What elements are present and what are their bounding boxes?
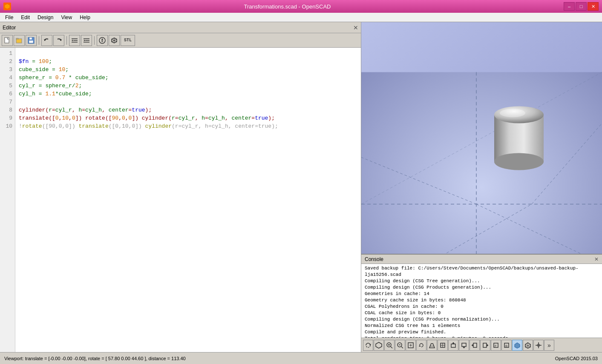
console-msg-4: Geometries in cache: 14 <box>365 291 599 297</box>
vp-zoom-all-button[interactable] <box>406 340 416 351</box>
minimize-button[interactable]: – <box>564 2 575 11</box>
line-num-2: 2 <box>0 57 15 66</box>
vp-crosshair-button[interactable] <box>533 340 544 351</box>
line-num-7: 7 <box>0 98 15 106</box>
vp-ortho-button[interactable] <box>438 340 448 351</box>
new-button[interactable] <box>2 35 13 46</box>
title-bar-left <box>3 3 11 10</box>
menu-bar: File Edit Design View Help <box>0 13 602 22</box>
close-button[interactable]: ✕ <box>588 2 599 11</box>
menu-edit[interactable]: Edit <box>17 14 33 21</box>
code-line-7: cylinder(r=cyl_r, h=cyl_h, center=true); <box>19 107 152 113</box>
line-num-3: 3 <box>0 66 15 74</box>
vp-top-button[interactable] <box>448 340 458 351</box>
svg-rect-75 <box>483 343 487 347</box>
svg-marker-48 <box>369 344 371 345</box>
editor-panel: Editor ✕ <box>0 22 361 352</box>
svg-rect-69 <box>462 343 466 347</box>
code-line-3: sphere_r = 0.7 * cube_side; <box>19 75 109 81</box>
vp-surface-button[interactable] <box>512 340 522 351</box>
svg-marker-0 <box>5 4 10 9</box>
editor-title: Editor <box>3 25 16 31</box>
vp-reset-button[interactable] <box>416 340 426 351</box>
redo-button[interactable] <box>53 35 64 46</box>
code-area[interactable]: 1 2 3 4 5 6 7 8 9 10 $fn = 100; cube_sid… <box>0 48 361 352</box>
svg-marker-68 <box>452 342 455 344</box>
cheatsheet-button[interactable] <box>97 35 108 46</box>
console-content: Saved backup file: C:/Users/Steve/Docume… <box>361 264 602 338</box>
vp-extra-button[interactable]: » <box>544 340 554 351</box>
maximize-button[interactable]: □ <box>576 2 587 11</box>
editor-close-icon[interactable]: ✕ <box>353 24 358 31</box>
svg-point-18 <box>102 38 103 40</box>
console-msg-8: Compiling design (CSG Products normaliza… <box>365 316 599 323</box>
code-line-8: translate([0,10,0]) rotate([90,0,0]) cyl… <box>19 115 275 121</box>
svg-text:B: B <box>505 344 507 348</box>
svg-rect-3 <box>16 38 18 39</box>
code-line-10 <box>19 131 22 138</box>
editor-header: Editor ✕ <box>0 22 361 33</box>
code-line-9: !rotate([90,0,0]) translate([0,10,0]) cy… <box>19 123 278 129</box>
vp-view3d-button[interactable] <box>374 340 384 351</box>
menu-file[interactable]: File <box>2 14 17 21</box>
svg-marker-71 <box>463 347 465 348</box>
menu-help[interactable]: Help <box>76 14 94 21</box>
svg-rect-66 <box>451 344 455 347</box>
3d-view-button[interactable] <box>109 35 120 46</box>
vp-back-button[interactable]: B <box>501 340 512 351</box>
line-numbers: 1 2 3 4 5 6 7 8 9 10 <box>0 48 15 352</box>
vp-wireframe-button[interactable] <box>523 340 533 351</box>
console-msg-7: CGAL cache size in bytes: 0 <box>365 310 599 316</box>
line-num-6: 6 <box>0 90 15 98</box>
svg-marker-49 <box>376 342 382 348</box>
console-title: Console <box>365 256 383 262</box>
unindent-button[interactable] <box>81 35 92 46</box>
svg-marker-12 <box>72 40 73 41</box>
svg-point-37 <box>494 153 544 170</box>
stl-export-button[interactable]: STL <box>121 35 135 46</box>
viewport: Z Y X <box>361 22 602 352</box>
line-num-8: 8 <box>0 106 15 114</box>
main-layout: Editor ✕ <box>0 22 602 352</box>
svg-point-17 <box>99 37 105 43</box>
menu-view[interactable]: View <box>58 14 75 21</box>
console-msg-9: Normalized CSG tree has 1 elements <box>365 323 599 329</box>
vp-rotate-button[interactable] <box>363 340 373 351</box>
vp-perspective-button[interactable] <box>427 340 437 351</box>
console-msg-6: CGAL Polyhedrons in cache: 0 <box>365 304 599 310</box>
svg-point-38 <box>500 109 525 118</box>
indent-button[interactable] <box>69 35 80 46</box>
app-icon <box>3 3 11 10</box>
open-button[interactable] <box>14 35 25 46</box>
menu-design[interactable]: Design <box>34 14 57 21</box>
vp-front-button[interactable]: F <box>491 340 501 351</box>
svg-rect-72 <box>473 343 477 347</box>
console-msg-1: Saved backup file: C:/Users/Steve/Docume… <box>365 265 599 278</box>
svg-rect-1 <box>5 37 9 43</box>
vp-right-button[interactable] <box>480 340 490 351</box>
line-num-10: 10 <box>0 122 15 130</box>
code-line-4: cyl_r = sphere_r/2; <box>19 83 82 89</box>
vp-zoom-out-button[interactable] <box>395 340 405 351</box>
console-panel: Console ✕ Saved backup file: C:/Users/St… <box>361 254 602 338</box>
svg-marker-77 <box>487 344 488 347</box>
toolbar-sep-2 <box>66 36 67 45</box>
svg-text:F: F <box>495 344 497 348</box>
console-header: Console ✕ <box>361 255 602 264</box>
console-close-icon[interactable]: ✕ <box>594 256 599 262</box>
editor-toolbar: STL <box>0 33 361 48</box>
window-title: Transformations.scad - OpenSCAD <box>11 3 564 10</box>
vp-left-button[interactable] <box>470 340 480 351</box>
window-controls[interactable]: – □ ✕ <box>564 2 599 11</box>
code-line-6 <box>19 99 22 105</box>
svg-marker-74 <box>472 344 473 347</box>
svg-line-51 <box>391 347 392 348</box>
vp-zoom-in-button[interactable] <box>384 340 395 351</box>
svg-marker-82 <box>515 343 520 348</box>
console-msg-10: Compile and preview finished. <box>365 329 599 335</box>
undo-button[interactable] <box>41 35 52 46</box>
save-button[interactable] <box>26 35 37 46</box>
line-num-5: 5 <box>0 82 15 90</box>
code-content[interactable]: $fn = 100; cube_side = 10; sphere_r = 0.… <box>15 48 361 352</box>
vp-bottom-button[interactable] <box>459 340 469 351</box>
